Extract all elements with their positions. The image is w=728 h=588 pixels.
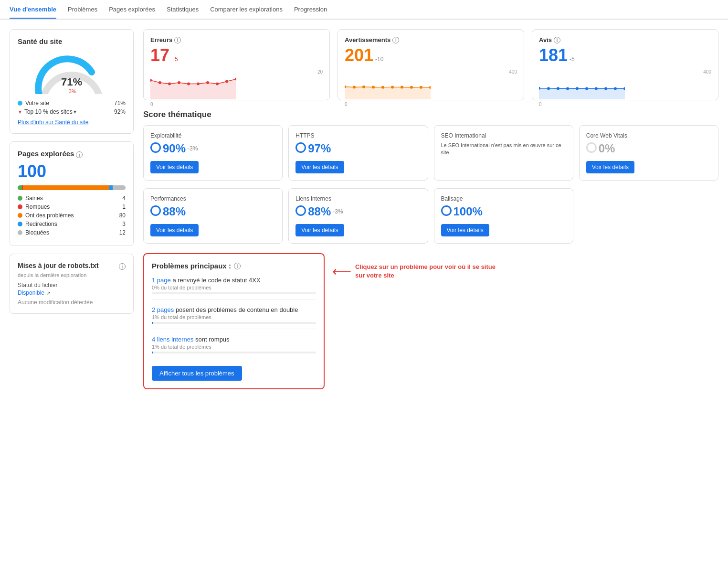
svg-point-32 xyxy=(614,87,617,90)
mini-chart: 400 0 xyxy=(539,69,711,93)
svg-marker-23 xyxy=(539,88,625,99)
svg-point-8 xyxy=(206,81,209,84)
gauge-label: 71% -3% xyxy=(61,76,82,94)
gauge: 71% -3% xyxy=(33,51,110,94)
empty-cell xyxy=(579,188,718,244)
sparkline-svg xyxy=(150,75,236,99)
metric-delta: +5 xyxy=(171,56,178,63)
score-card-explorabilité: Explorabilité 90% -3% Voir les détails xyxy=(143,125,283,181)
sparkline-svg xyxy=(539,75,625,99)
robots-no-change: Aucune modification détectée xyxy=(18,299,126,306)
svg-point-5 xyxy=(178,81,180,84)
show-all-button[interactable]: Afficher tous les problèmes xyxy=(152,366,242,381)
problem-item-1: 2 pages posent des problèmes de contenu … xyxy=(152,306,316,329)
svg-point-15 xyxy=(362,86,365,88)
main-content: Erreurs i 17 +5 20 0 Avertissements i 20… xyxy=(143,29,718,389)
divider xyxy=(152,299,316,299)
sante-card: Santé du site 71% -3% xyxy=(10,29,134,134)
metric-card-avis: Avis i 181 -5 400 0 xyxy=(532,29,718,100)
metric-value: 181 xyxy=(539,45,568,65)
detail-button-https[interactable]: Voir les détails xyxy=(295,161,344,173)
legend-dot xyxy=(18,204,22,209)
metric-card-erreurs: Erreurs i 17 +5 20 0 xyxy=(143,29,330,100)
votre-site-value: 71% xyxy=(114,100,126,107)
detail-button-liens-internes[interactable]: Voir les détails xyxy=(295,224,344,236)
svg-point-20 xyxy=(410,86,413,89)
detail-button-core-web-vitals[interactable]: Voir les détails xyxy=(586,161,634,173)
score-delta: -3% xyxy=(333,208,343,215)
pages-card: Pages explorées i 100 Saines 4 Rompues 1… xyxy=(10,141,134,246)
detail-button-explorabilité[interactable]: Voir les détails xyxy=(150,161,199,173)
svg-point-18 xyxy=(391,86,394,88)
score-pct: 90% xyxy=(163,142,186,155)
robots-card: Mises à jour de robots.txt i depuis la d… xyxy=(10,254,134,314)
svg-point-26 xyxy=(557,87,559,90)
score-label: HTTPS xyxy=(295,132,421,139)
svg-point-25 xyxy=(547,87,550,90)
problem-link[interactable]: 4 liens internes xyxy=(152,336,193,343)
metric-card-avertissements: Avertissements i 201 -10 400 0 xyxy=(338,29,524,100)
problem-pct: 1% du total de problèmes xyxy=(152,314,316,320)
robots-statut-value: Disponible xyxy=(18,289,44,296)
svg-point-19 xyxy=(401,86,403,89)
detail-button-balisage[interactable]: Voir les détails xyxy=(441,224,489,236)
score-pct: 100% xyxy=(454,205,483,218)
legend-value: 12 xyxy=(119,229,126,236)
legend-dot xyxy=(18,222,22,226)
svg-point-31 xyxy=(604,87,607,90)
score-label: Core Web Vitals xyxy=(586,132,711,139)
problems-section: Problèmes principaux : i 1 page a renvoy… xyxy=(143,253,718,389)
top10-label-left: ▼ Top 10 % des sites ▾ xyxy=(18,108,76,115)
score-circle xyxy=(295,142,306,153)
nav-item-comparer-les-explorations[interactable]: Comparer les explorations xyxy=(210,6,283,19)
svg-point-3 xyxy=(158,81,161,84)
metric-info-icon[interactable]: i xyxy=(392,37,399,43)
scores-row2: Performances 88% Voir les détails Liens … xyxy=(143,188,718,244)
metric-info-icon[interactable]: i xyxy=(174,37,181,43)
divider xyxy=(152,329,316,329)
svg-point-7 xyxy=(197,83,200,86)
metric-value: 17 xyxy=(150,45,169,65)
detail-button-performances[interactable]: Voir les détails xyxy=(150,224,199,236)
legend-value: 4 xyxy=(122,195,126,202)
top10-row: ▼ Top 10 % des sites ▾ 92% xyxy=(18,108,126,115)
legend-value: 80 xyxy=(119,212,126,219)
score-circle xyxy=(150,142,161,153)
pages-info-icon[interactable]: i xyxy=(76,151,83,158)
score-circle xyxy=(441,205,452,216)
nav-item-statistiques[interactable]: Statistiques xyxy=(167,6,199,19)
score-pct: 88% xyxy=(308,205,331,218)
problem-pct: 0% du total de problèmes xyxy=(152,285,316,290)
problem-item-2: 4 liens internes sont rompus 1% du total… xyxy=(152,336,316,353)
problem-bar-fill xyxy=(152,352,153,353)
pages-title: Pages explorées xyxy=(18,150,74,158)
legend-value: 3 xyxy=(122,221,126,227)
svg-point-30 xyxy=(595,87,598,90)
nav-item-progression[interactable]: Progression xyxy=(294,6,327,19)
nav-item-vue-d'ensemble[interactable]: Vue d'ensemble xyxy=(10,6,56,19)
svg-marker-12 xyxy=(345,87,431,99)
problems-info-icon[interactable]: i xyxy=(234,263,241,269)
more-info-link[interactable]: Plus d'info sur Santé du site xyxy=(18,119,126,126)
external-link-icon[interactable]: ↗ xyxy=(46,290,50,296)
nav-item-pages-explorées[interactable]: Pages explorées xyxy=(109,6,155,19)
top10-chevron-icon[interactable]: ▾ xyxy=(74,108,76,115)
legend-label: Ont des problèmes xyxy=(25,212,74,219)
problem-link[interactable]: 1 page xyxy=(152,277,171,284)
score-intl-text: Le SEO International n'est pas mis en œu… xyxy=(441,142,566,157)
score-label: Liens internes xyxy=(295,195,421,202)
score-label: Performances xyxy=(150,195,275,202)
score-card-core-web-vitals: Core Web Vitals 0% Voir les détails xyxy=(579,125,718,181)
legend-row-redirections: Redirections 3 xyxy=(18,221,126,227)
nav-item-problèmes[interactable]: Problèmes xyxy=(68,6,97,19)
score-delta: -3% xyxy=(188,145,198,152)
votre-site-dot xyxy=(18,101,22,106)
legend-dot xyxy=(18,230,22,235)
robots-info-icon[interactable]: i xyxy=(119,263,126,270)
svg-point-29 xyxy=(585,87,588,90)
score-circle-gray xyxy=(586,142,597,153)
mini-chart: 20 0 xyxy=(150,69,323,93)
score-card-performances: Performances 88% Voir les détails xyxy=(143,188,283,244)
metric-info-icon[interactable]: i xyxy=(554,37,560,43)
problem-link[interactable]: 2 pages xyxy=(152,306,174,313)
